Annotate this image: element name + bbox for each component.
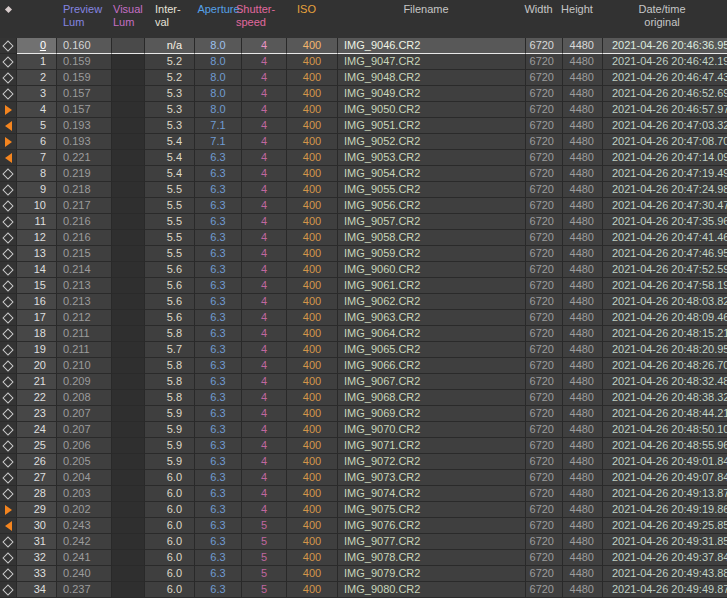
filename-cell[interactable]: IMG_9049.CR2 <box>338 86 526 102</box>
row-index-cell[interactable]: 33 <box>17 566 57 582</box>
keyframe-marker-cell[interactable] <box>0 150 17 166</box>
keyframe-arrow-left-icon[interactable] <box>5 121 12 131</box>
table-row[interactable]: 120.2165.56.34400IMG_9058.CR267204480202… <box>0 230 727 246</box>
keyframe-marker-cell[interactable] <box>0 38 17 54</box>
keyframe-arrow-left-icon[interactable] <box>5 521 12 531</box>
table-row[interactable]: 200.2105.86.34400IMG_9066.CR267204480202… <box>0 358 727 374</box>
keyframe-arrow-right-icon[interactable] <box>5 137 12 147</box>
filename-cell[interactable]: IMG_9080.CR2 <box>338 582 526 598</box>
keyframe-diamond-icon[interactable] <box>2 488 13 499</box>
keyframe-diamond-icon[interactable] <box>2 584 13 595</box>
filename-cell[interactable]: IMG_9062.CR2 <box>338 294 526 310</box>
filename-cell[interactable]: IMG_9075.CR2 <box>338 502 526 518</box>
keyframe-marker-cell[interactable] <box>0 358 17 374</box>
filename-cell[interactable]: IMG_9078.CR2 <box>338 550 526 566</box>
table-row[interactable]: 50.1935.37.14400IMG_9051.CR2672044802021… <box>0 118 727 134</box>
keyframe-marker-cell[interactable] <box>0 342 17 358</box>
filename-cell[interactable]: IMG_9053.CR2 <box>338 150 526 166</box>
keyframe-marker-cell[interactable] <box>0 246 17 262</box>
row-index-cell[interactable]: 20 <box>17 358 57 374</box>
table-row[interactable]: 10.1595.28.04400IMG_9047.CR2672044802021… <box>0 54 727 70</box>
row-index-cell[interactable]: 7 <box>17 150 57 166</box>
keyframe-marker-cell[interactable] <box>0 230 17 246</box>
row-index-cell[interactable]: 17 <box>17 310 57 326</box>
table-row[interactable]: 40.1575.38.04400IMG_9050.CR2672044802021… <box>0 102 727 118</box>
keyframe-marker-cell[interactable] <box>0 550 17 566</box>
filename-cell[interactable]: IMG_9074.CR2 <box>338 486 526 502</box>
filename-cell[interactable]: IMG_9063.CR2 <box>338 310 526 326</box>
keyframe-arrow-right-icon[interactable] <box>5 105 12 115</box>
row-index-cell[interactable]: 10 <box>17 198 57 214</box>
filename-cell[interactable]: IMG_9054.CR2 <box>338 166 526 182</box>
row-index-cell[interactable]: 6 <box>17 134 57 150</box>
filename-cell[interactable]: IMG_9079.CR2 <box>338 566 526 582</box>
keyframe-diamond-icon[interactable] <box>2 344 13 355</box>
table-row[interactable]: 70.2215.46.34400IMG_9053.CR2672044802021… <box>0 150 727 166</box>
keyframe-diamond-icon[interactable] <box>2 312 13 323</box>
keyframe-diamond-icon[interactable] <box>2 88 13 99</box>
row-index-cell[interactable]: 18 <box>17 326 57 342</box>
column-header-interval[interactable]: Inter- val <box>145 0 195 38</box>
keyframe-marker-cell[interactable] <box>0 118 17 134</box>
table-row[interactable]: 00.160n/a8.04400IMG_9046.CR2672044802021… <box>0 38 727 54</box>
filename-cell[interactable]: IMG_9057.CR2 <box>338 214 526 230</box>
keyframe-marker-cell[interactable] <box>0 214 17 230</box>
column-header-iso[interactable]: ISO <box>281 0 332 38</box>
row-index-cell[interactable]: 28 <box>17 486 57 502</box>
table-row[interactable]: 30.1575.38.04400IMG_9049.CR2672044802021… <box>0 86 727 102</box>
column-header-height[interactable]: Height <box>557 0 597 38</box>
keyframe-marker-cell[interactable] <box>0 278 17 294</box>
keyframe-diamond-icon[interactable] <box>2 568 13 579</box>
filename-cell[interactable]: IMG_9061.CR2 <box>338 278 526 294</box>
row-index-cell[interactable]: 0 <box>17 38 57 54</box>
keyframe-marker-cell[interactable] <box>0 198 17 214</box>
filename-cell[interactable]: IMG_9070.CR2 <box>338 422 526 438</box>
keyframe-diamond-icon[interactable] <box>2 552 13 563</box>
row-index-cell[interactable]: 24 <box>17 422 57 438</box>
keyframe-marker-cell[interactable] <box>0 438 17 454</box>
filename-cell[interactable]: IMG_9059.CR2 <box>338 246 526 262</box>
filename-cell[interactable]: IMG_9073.CR2 <box>338 470 526 486</box>
table-row[interactable]: 340.2376.06.35400IMG_9080.CR267204480202… <box>0 582 727 598</box>
row-index-cell[interactable]: 30 <box>17 518 57 534</box>
keyframe-diamond-icon[interactable] <box>2 424 13 435</box>
table-row[interactable]: 130.2155.56.34400IMG_9059.CR267204480202… <box>0 246 727 262</box>
row-index-cell[interactable]: 27 <box>17 470 57 486</box>
keyframe-marker-cell[interactable] <box>0 182 17 198</box>
row-index-cell[interactable]: 3 <box>17 86 57 102</box>
row-index-cell[interactable]: 11 <box>17 214 57 230</box>
filename-cell[interactable]: IMG_9076.CR2 <box>338 518 526 534</box>
column-header-aperture[interactable]: Aperture <box>195 0 242 38</box>
keyframe-diamond-icon[interactable] <box>2 456 13 467</box>
table-row[interactable]: 80.2195.46.34400IMG_9054.CR2672044802021… <box>0 166 727 182</box>
row-index-cell[interactable]: 8 <box>17 166 57 182</box>
keyframe-diamond-icon[interactable] <box>2 232 13 243</box>
filename-cell[interactable]: IMG_9058.CR2 <box>338 230 526 246</box>
keyframe-diamond-icon[interactable] <box>2 408 13 419</box>
keyframe-marker-cell[interactable] <box>0 566 17 582</box>
row-index-cell[interactable]: 25 <box>17 438 57 454</box>
table-row[interactable]: 220.2085.86.34400IMG_9068.CR267204480202… <box>0 390 727 406</box>
filename-cell[interactable]: IMG_9077.CR2 <box>338 534 526 550</box>
row-index-cell[interactable]: 2 <box>17 70 57 86</box>
row-index-cell[interactable]: 22 <box>17 390 57 406</box>
filename-cell[interactable]: IMG_9072.CR2 <box>338 454 526 470</box>
keyframe-marker-cell[interactable] <box>0 502 17 518</box>
keyframe-marker-cell[interactable] <box>0 534 17 550</box>
table-row[interactable]: 310.2426.06.35400IMG_9077.CR267204480202… <box>0 534 727 550</box>
filename-cell[interactable]: IMG_9071.CR2 <box>338 438 526 454</box>
keyframe-marker-cell[interactable] <box>0 518 17 534</box>
row-index-cell[interactable]: 12 <box>17 230 57 246</box>
keyframe-diamond-icon[interactable] <box>2 216 13 227</box>
filename-cell[interactable]: IMG_9047.CR2 <box>338 54 526 70</box>
row-index-cell[interactable]: 9 <box>17 182 57 198</box>
keyframe-diamond-icon[interactable] <box>2 472 13 483</box>
keyframe-diamond-icon[interactable] <box>2 280 13 291</box>
filename-cell[interactable]: IMG_9052.CR2 <box>338 134 526 150</box>
keyframe-diamond-icon[interactable] <box>2 40 13 51</box>
keyframe-marker-cell[interactable] <box>0 310 17 326</box>
keyframe-diamond-icon[interactable] <box>2 200 13 211</box>
keyframe-marker-cell[interactable] <box>0 454 17 470</box>
keyframe-arrow-right-icon[interactable] <box>5 505 12 515</box>
keyframe-marker-cell[interactable] <box>0 102 17 118</box>
